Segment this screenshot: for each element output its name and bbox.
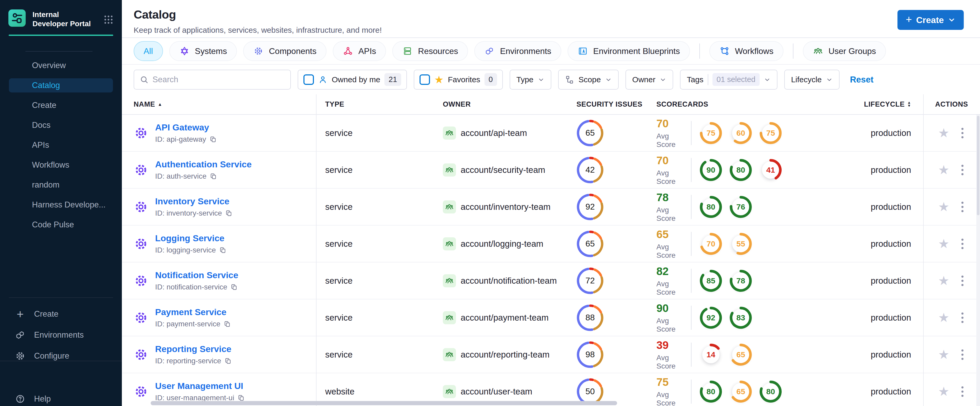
- sidebar-item-overview[interactable]: Overview: [9, 59, 113, 73]
- vertical-scrollbar[interactable]: [976, 115, 980, 406]
- scorecard-ring[interactable]: 65: [729, 343, 752, 366]
- filter-dropdown-owner[interactable]: Owner: [625, 70, 673, 90]
- entity-name-link[interactable]: Inventory Service: [155, 196, 232, 206]
- entity-name-link[interactable]: Authentication Service: [155, 159, 251, 170]
- entity-name-link[interactable]: Payment Service: [155, 307, 231, 317]
- scorecard-ring[interactable]: 55: [729, 232, 752, 255]
- avg-score-value: 39: [656, 339, 688, 352]
- scorecard-ring[interactable]: 78: [729, 269, 752, 292]
- owner-name[interactable]: account/user-team: [461, 387, 532, 396]
- copy-icon[interactable]: [230, 284, 238, 291]
- search-box[interactable]: [134, 70, 291, 90]
- owner-name[interactable]: account/notification-team: [461, 276, 557, 286]
- copy-icon[interactable]: [210, 173, 217, 180]
- kebab-menu-icon[interactable]: [960, 200, 965, 214]
- favorite-star-icon[interactable]: ★: [938, 385, 949, 398]
- sidebar-item-apis[interactable]: APIs: [9, 138, 113, 152]
- owner-name[interactable]: account/security-team: [461, 165, 545, 175]
- scorecard-ring[interactable]: 83: [729, 306, 752, 329]
- grid-menu-icon[interactable]: [103, 10, 114, 26]
- column-header-lifecycle[interactable]: LIFECYCLE ▲▼: [870, 100, 923, 108]
- kebab-menu-icon[interactable]: [960, 311, 965, 325]
- scorecard-ring[interactable]: 92: [699, 306, 722, 329]
- plus-icon: +: [906, 14, 912, 25]
- copy-icon[interactable]: [224, 357, 232, 365]
- owned-by-me-checkbox[interactable]: [304, 75, 314, 85]
- sidebar-item-create[interactable]: Create: [9, 98, 113, 113]
- scorecard-ring[interactable]: 80: [759, 380, 782, 403]
- reset-filters-link[interactable]: Reset: [850, 75, 873, 85]
- tab-resources[interactable]: Resources: [392, 41, 468, 61]
- favorites-filter[interactable]: ★ Favorites 0: [414, 70, 503, 90]
- column-header-name[interactable]: NAME ▲: [122, 100, 316, 108]
- create-button[interactable]: + Create: [897, 10, 964, 30]
- scorecard-ring[interactable]: 75: [699, 122, 722, 144]
- tab-workflows[interactable]: Workflows: [710, 41, 783, 61]
- copy-icon[interactable]: [225, 209, 232, 217]
- favorite-star-icon[interactable]: ★: [938, 238, 949, 250]
- kebab-menu-icon[interactable]: [960, 163, 965, 177]
- scorecard-ring[interactable]: 60: [729, 122, 752, 144]
- copy-icon[interactable]: [219, 246, 226, 254]
- tab-environments[interactable]: Environments: [474, 41, 561, 61]
- owner-name[interactable]: account/logging-team: [461, 239, 544, 249]
- owner-name[interactable]: account/reporting-team: [461, 350, 549, 360]
- filter-dropdown-lifecycle[interactable]: Lifecycle: [784, 70, 840, 90]
- kebab-menu-icon[interactable]: [960, 126, 965, 140]
- scorecard-ring[interactable]: 85: [699, 269, 722, 292]
- entity-name-link[interactable]: API Gateway: [155, 122, 217, 133]
- kebab-menu-icon[interactable]: [960, 348, 965, 362]
- sidebar-item-catalog[interactable]: Catalog: [9, 78, 113, 92]
- sidebar-item-random[interactable]: random: [9, 178, 113, 192]
- tab-all[interactable]: All: [134, 41, 163, 61]
- favorite-star-icon[interactable]: ★: [938, 311, 949, 324]
- owner-name[interactable]: account/api-team: [461, 128, 527, 138]
- favorite-star-icon[interactable]: ★: [938, 201, 949, 213]
- favorite-star-icon[interactable]: ★: [938, 274, 949, 287]
- sidebar-action-create[interactable]: +Create: [15, 307, 122, 321]
- favorite-star-icon[interactable]: ★: [938, 127, 949, 140]
- tab-components[interactable]: Components: [243, 41, 326, 61]
- kebab-menu-icon[interactable]: [960, 274, 965, 288]
- favorites-checkbox[interactable]: [420, 75, 430, 85]
- copy-icon[interactable]: [209, 136, 217, 143]
- scorecard-ring[interactable]: 76: [729, 195, 752, 219]
- search-input[interactable]: [153, 75, 285, 84]
- sidebar-item-workflows[interactable]: Workflows: [9, 158, 113, 172]
- owned-by-me-filter[interactable]: Owned by me 21: [298, 70, 407, 90]
- filter-dropdown-scope[interactable]: Scope: [558, 70, 619, 90]
- sidebar-item-code-pulse[interactable]: Code Pulse: [9, 218, 113, 232]
- tab-apis[interactable]: APIs: [333, 41, 386, 61]
- entity-name-link[interactable]: Logging Service: [155, 233, 226, 243]
- scorecard-ring[interactable]: 14: [699, 343, 722, 366]
- kebab-menu-icon[interactable]: [960, 385, 965, 398]
- sidebar-item-docs[interactable]: Docs: [9, 118, 113, 132]
- sidebar-action-environments[interactable]: Environments: [15, 328, 122, 343]
- owner-name[interactable]: account/inventory-team: [461, 202, 550, 212]
- scorecard-ring[interactable]: 65: [729, 380, 752, 403]
- horizontal-scrollbar[interactable]: [151, 401, 617, 405]
- sidebar-item-harness-develope[interactable]: Harness Develope...: [9, 198, 113, 212]
- copy-icon[interactable]: [237, 394, 245, 401]
- tab-user-groups[interactable]: User Groups: [803, 41, 886, 61]
- scorecard-ring[interactable]: 80: [699, 380, 722, 403]
- entity-name-link[interactable]: Reporting Service: [155, 344, 232, 354]
- scorecard-ring[interactable]: 80: [729, 159, 752, 181]
- sidebar-item-help[interactable]: Help: [15, 392, 122, 406]
- favorite-star-icon[interactable]: ★: [938, 164, 949, 176]
- tab-environment-blueprints[interactable]: Environment Blueprints: [568, 41, 690, 61]
- entity-name-link[interactable]: User Management UI: [155, 381, 245, 391]
- tab-systems[interactable]: Systems: [169, 41, 237, 61]
- kebab-menu-icon[interactable]: [960, 237, 965, 251]
- filter-dropdown-tags[interactable]: Tags01 selected: [680, 70, 778, 90]
- scorecard-ring[interactable]: 41: [759, 159, 782, 181]
- owner-name[interactable]: account/payment-team: [461, 313, 549, 323]
- filter-dropdown-type[interactable]: Type: [510, 70, 551, 90]
- copy-icon[interactable]: [224, 320, 231, 328]
- scorecard-ring[interactable]: 75: [759, 122, 782, 144]
- scorecard-ring[interactable]: 90: [699, 159, 722, 181]
- scorecard-ring[interactable]: 80: [699, 195, 722, 219]
- entity-name-link[interactable]: Notification Service: [155, 270, 238, 280]
- favorite-star-icon[interactable]: ★: [938, 348, 949, 361]
- scorecard-ring[interactable]: 70: [699, 232, 722, 255]
